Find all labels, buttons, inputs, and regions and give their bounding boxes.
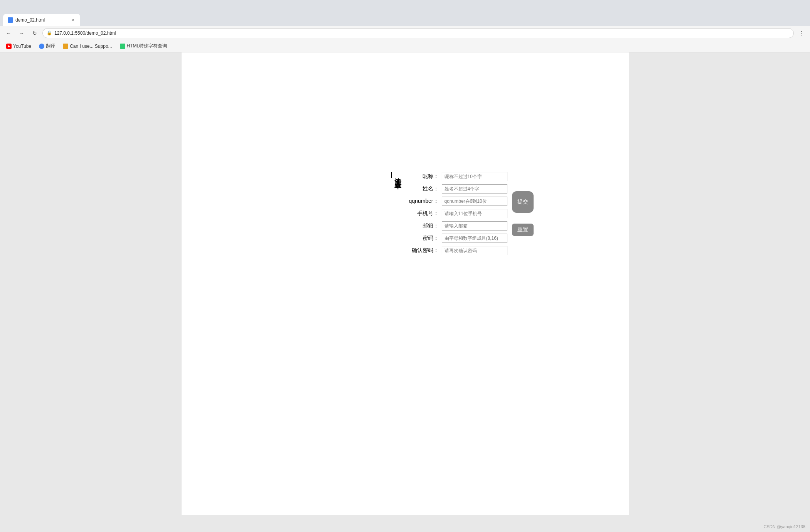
bookmark-youtube-label: YouTube (13, 44, 31, 49)
address-bar[interactable]: 🔒 127.0.0.1:5500/demo_02.html (42, 28, 794, 38)
bookmark-translate[interactable]: 翻译 (36, 41, 58, 51)
back-button[interactable]: ← (3, 28, 14, 39)
browser-titlebar (0, 0, 810, 12)
bookmark-html-special[interactable]: HTML特殊字符查询 (117, 41, 170, 51)
browser-toolbar: ← → ↻ 🔒 127.0.0.1:5500/demo_02.html ⋮ (0, 26, 810, 40)
bookmark-youtube[interactable]: YouTube (3, 42, 34, 51)
name-input[interactable] (442, 184, 507, 194)
email-input[interactable] (442, 221, 507, 231)
form-buttons: 提交 重置 (512, 191, 534, 236)
url-text: 127.0.0.1:5500/demo_02.html (54, 30, 116, 36)
email-label: 邮箱： (409, 222, 440, 229)
page-background: 注册表单 昵称： 姓名： qqnumber： 手机号： (0, 0, 810, 532)
form-fields-wrapper: 昵称： 姓名： qqnumber： 手机号： 邮箱： 密码： (409, 172, 507, 255)
lock-icon: 🔒 (47, 30, 52, 35)
bookmark-canuse[interactable]: Can I use... Suppo... (60, 42, 115, 51)
form-vertical-title: 注册表单 (391, 172, 402, 178)
watermark: CSDN @yanqiu12138 (764, 524, 805, 529)
nickname-label: 昵称： (409, 173, 440, 180)
submit-button[interactable]: 提交 (512, 191, 534, 213)
form-container: 注册表单 昵称： 姓名： qqnumber： 手机号： (391, 172, 533, 255)
tab-close-button[interactable]: ✕ (69, 17, 76, 23)
extensions-button[interactable]: ⋮ (796, 28, 807, 39)
name-label: 姓名： (409, 185, 440, 192)
youtube-favicon-icon (6, 44, 12, 49)
page-inner: 注册表单 昵称： 姓名： qqnumber： 手机号： (182, 52, 629, 515)
reload-button[interactable]: ↻ (29, 28, 40, 39)
tab-favicon (8, 17, 13, 23)
bookmark-html-label: HTML特殊字符查询 (127, 43, 167, 49)
bookmark-translate-label: 翻译 (46, 43, 55, 49)
bookmark-canuse-label: Can I use... Suppo... (70, 44, 112, 49)
browser-chrome: demo_02.html ✕ ← → ↻ 🔒 127.0.0.1:5500/de… (0, 0, 810, 52)
qqnumber-label: qqnumber： (409, 198, 440, 205)
active-tab[interactable]: demo_02.html ✕ (3, 14, 80, 26)
phone-label: 手机号： (409, 210, 440, 217)
bookmarks-bar: YouTube 翻译 Can I use... Suppo... HTML特殊字… (0, 40, 810, 52)
canuse-favicon-icon (63, 44, 68, 49)
phone-input[interactable] (442, 209, 507, 218)
forward-button[interactable]: → (16, 28, 27, 39)
browser-tabs: demo_02.html ✕ (0, 12, 810, 26)
form-table: 昵称： 姓名： qqnumber： 手机号： 邮箱： 密码： (409, 172, 507, 255)
tab-title: demo_02.html (15, 17, 67, 23)
confirm-password-label: 确认密码： (409, 247, 440, 254)
html-favicon-icon (120, 44, 125, 49)
password-label: 密码： (409, 235, 440, 242)
password-input[interactable] (442, 234, 507, 243)
qqnumber-input[interactable] (442, 197, 507, 206)
translate-favicon-icon (39, 44, 44, 49)
confirm-password-input[interactable] (442, 246, 507, 255)
nickname-input[interactable] (442, 172, 507, 181)
reset-button[interactable]: 重置 (512, 224, 534, 236)
